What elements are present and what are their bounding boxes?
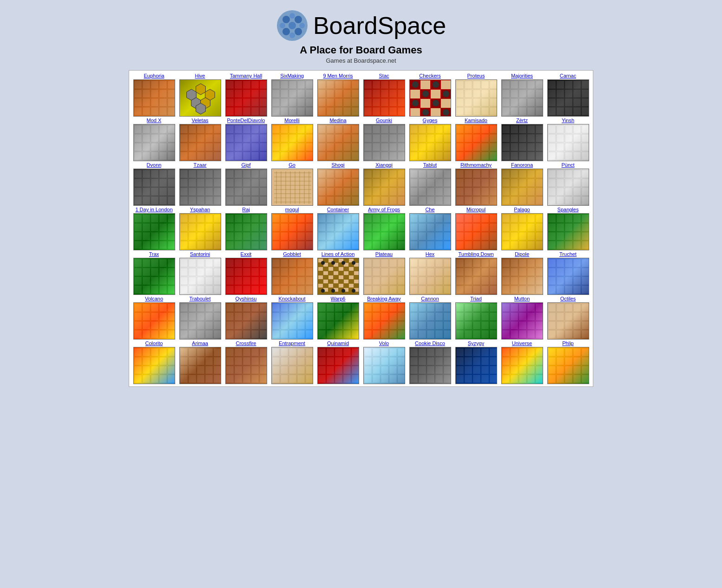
game-cell-volo[interactable]: Volo <box>361 340 407 384</box>
game-cell-crossfire[interactable]: Crossfire <box>223 340 269 384</box>
game-link-crossfire[interactable]: Crossfire <box>236 340 256 346</box>
game-cell-9menmorris[interactable]: 9 Men Morris <box>315 73 361 117</box>
game-cell-syzygy[interactable]: Syzygy <box>453 340 499 384</box>
game-link-carnac[interactable]: Carnac <box>560 73 576 78</box>
game-cell-yinsh[interactable]: Yinsh <box>545 118 591 161</box>
game-cell-checkers[interactable]: Checkers <box>407 73 453 117</box>
game-cell-majorities[interactable]: Majorities <box>499 73 545 117</box>
game-link-dipole[interactable]: Dipole <box>515 251 529 257</box>
game-link-tzaar[interactable]: Tzaar <box>193 162 206 168</box>
game-cell-spangles[interactable]: Spangles <box>545 207 591 250</box>
game-link-arimaa[interactable]: Arimaa <box>192 340 208 346</box>
game-link-knockabout[interactable]: Knockabout <box>278 296 305 301</box>
game-cell-breakingaway[interactable]: Breaking Away <box>361 296 407 340</box>
game-cell-stac[interactable]: Stac <box>361 73 407 117</box>
game-link-shogi[interactable]: Shogi <box>331 162 344 168</box>
game-cell-colorito[interactable]: Colorito <box>131 340 177 384</box>
game-link-checkers[interactable]: Checkers <box>419 73 440 78</box>
game-cell-cookiedisco[interactable]: Cookie Disco <box>407 340 453 384</box>
game-cell-entrapment[interactable]: Entrapment <box>269 340 315 384</box>
game-cell-trax[interactable]: Trax <box>131 251 177 295</box>
game-link-1dayinlondon[interactable]: 1 Day in London <box>135 207 172 212</box>
game-link-trax[interactable]: Trax <box>149 251 159 257</box>
game-cell-universe[interactable]: Universe <box>499 340 545 384</box>
game-link-9menmorris[interactable]: 9 Men Morris <box>323 73 353 78</box>
game-cell-mogul[interactable]: mogul <box>269 207 315 250</box>
game-cell-palago[interactable]: Palago <box>499 207 545 250</box>
game-cell-pontedeldiavolo[interactable]: PonteDelDiavolo <box>223 118 269 161</box>
game-link-palago[interactable]: Palago <box>514 207 530 212</box>
game-link-cannon[interactable]: Cannon <box>421 296 439 301</box>
game-cell-micropul[interactable]: Micropul <box>453 207 499 250</box>
game-link-majorities[interactable]: Majorities <box>511 73 533 78</box>
game-link-raj[interactable]: Raj <box>242 207 250 212</box>
game-cell-go[interactable]: Go <box>269 162 315 206</box>
game-link-triad[interactable]: Triad <box>470 296 482 301</box>
game-link-armyoffrogs[interactable]: Army of Frogs <box>368 207 400 212</box>
game-cell-hive[interactable]: Hive <box>177 73 223 117</box>
game-cell-carnac[interactable]: Carnac <box>545 73 591 117</box>
game-link-zertz[interactable]: Zèrtz <box>516 118 528 123</box>
game-cell-fanorona[interactable]: Fanorona <box>499 162 545 206</box>
game-cell-armyoffrogs[interactable]: Army of Frogs <box>361 207 407 250</box>
game-cell-gounki[interactable]: Gounki <box>361 118 407 161</box>
game-link-quinamid[interactable]: Quinamid <box>327 340 349 346</box>
game-link-euphoria[interactable]: Euphoria <box>144 73 164 78</box>
game-link-breakingaway[interactable]: Breaking Away <box>367 296 401 301</box>
game-cell-che[interactable]: Che <box>407 207 453 250</box>
game-link-go[interactable]: Go <box>289 162 295 168</box>
game-cell-xiangqi[interactable]: Xiangqi <box>361 162 407 206</box>
game-link-che[interactable]: Che <box>425 207 434 212</box>
game-link-morelli[interactable]: Morelli <box>284 118 299 123</box>
game-cell-qyshinsu[interactable]: Qyshinsu <box>223 296 269 340</box>
game-cell-gobblet[interactable]: Gobblet <box>269 251 315 295</box>
game-link-linesofaction[interactable]: Lines of Action <box>322 251 355 257</box>
game-cell-veletas[interactable]: Veletas <box>177 118 223 161</box>
game-cell-gipf[interactable]: Gipf <box>223 162 269 206</box>
game-cell-container[interactable]: Container <box>315 207 361 250</box>
game-link-volcano[interactable]: Volcano <box>145 296 163 301</box>
game-link-tablut[interactable]: Tablut <box>423 162 437 168</box>
game-cell-knockabout[interactable]: Knockabout <box>269 296 315 340</box>
game-cell-exxit[interactable]: Exxit <box>223 251 269 295</box>
game-link-syzygy[interactable]: Syzygy <box>468 340 484 346</box>
game-link-tammany[interactable]: Tammany Hall <box>230 73 263 78</box>
game-cell-tablut[interactable]: Tablut <box>407 162 453 206</box>
game-cell-mutton[interactable]: Mutton <box>499 296 545 340</box>
game-link-volo[interactable]: Volo <box>379 340 389 346</box>
game-link-tumblingdown[interactable]: Tumbling Down <box>458 251 493 257</box>
game-cell-triad[interactable]: Triad <box>453 296 499 340</box>
game-cell-tumblingdown[interactable]: Tumbling Down <box>453 251 499 295</box>
game-link-exxit[interactable]: Exxit <box>241 251 252 257</box>
game-link-rithmomachy[interactable]: Rithmomachy <box>460 162 492 168</box>
game-link-yspahan[interactable]: Yspahan <box>190 207 210 212</box>
game-link-medina[interactable]: Medina <box>329 118 346 123</box>
game-link-spangles[interactable]: Spangles <box>558 207 579 212</box>
game-cell-proteus[interactable]: Proteus <box>453 73 499 117</box>
game-link-mogul[interactable]: mogul <box>285 207 299 212</box>
game-link-hex[interactable]: Hex <box>426 251 435 257</box>
game-link-yinsh[interactable]: Yinsh <box>562 118 574 123</box>
game-link-gyges[interactable]: Gyges <box>423 118 438 123</box>
game-link-santorini[interactable]: Santorini <box>190 251 210 257</box>
game-cell-euphoria[interactable]: Euphoria <box>131 73 177 117</box>
game-link-octiles[interactable]: Octiles <box>560 296 576 301</box>
game-cell-rithmomachy[interactable]: Rithmomachy <box>453 162 499 206</box>
game-cell-arimaa[interactable]: Arimaa <box>177 340 223 384</box>
game-cell-yspahan[interactable]: Yspahan <box>177 207 223 250</box>
game-cell-shogi[interactable]: Shogi <box>315 162 361 206</box>
game-link-truchet[interactable]: Truchet <box>559 251 577 257</box>
game-cell-gyges[interactable]: Gyges <box>407 118 453 161</box>
game-link-sixmaking[interactable]: SixMaking <box>280 73 304 78</box>
game-link-gipf[interactable]: Gipf <box>241 162 250 168</box>
game-link-kamisado[interactable]: Kamisado <box>465 118 487 123</box>
game-link-plateau[interactable]: Plateau <box>375 251 393 257</box>
game-link-fanorona[interactable]: Fanorona <box>511 162 533 168</box>
game-cell-volcano[interactable]: Volcano <box>131 296 177 340</box>
game-cell-morelli[interactable]: Morelli <box>269 118 315 161</box>
game-link-dvonn[interactable]: Dvonn <box>147 162 162 168</box>
game-link-traboulet[interactable]: Traboulet <box>189 296 210 301</box>
game-link-mutton[interactable]: Mutton <box>514 296 530 301</box>
game-cell-zertz[interactable]: Zèrtz <box>499 118 545 161</box>
game-link-hive[interactable]: Hive <box>195 73 205 78</box>
